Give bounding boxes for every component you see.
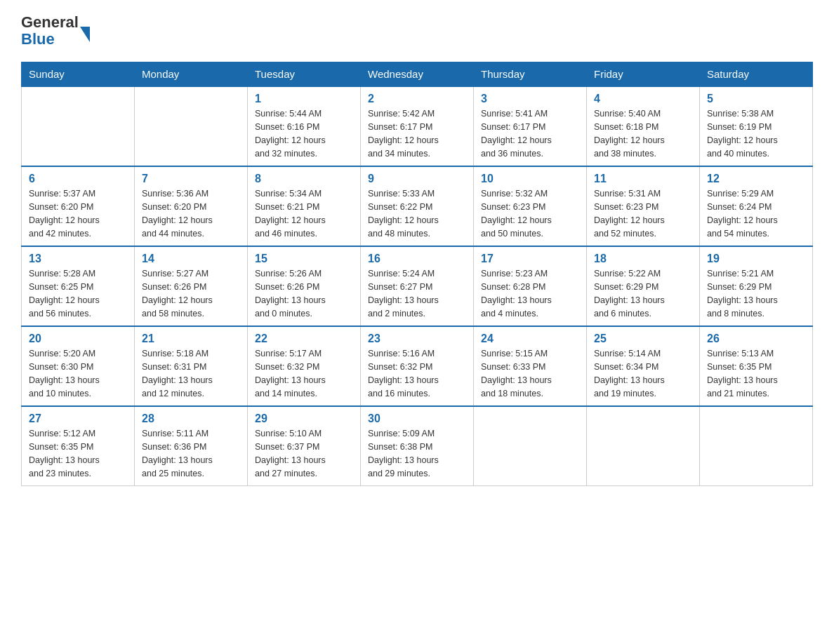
day-number: 13 (29, 253, 127, 265)
day-number: 17 (481, 253, 579, 265)
day-cell-25: 25Sunrise: 5:14 AMSunset: 6:34 PMDayligh… (587, 326, 700, 406)
day-info: Sunrise: 5:44 AMSunset: 6:16 PMDaylight:… (255, 107, 353, 160)
day-info: Sunrise: 5:32 AMSunset: 6:23 PMDaylight:… (481, 187, 579, 240)
empty-cell (587, 406, 700, 486)
day-info: Sunrise: 5:14 AMSunset: 6:34 PMDaylight:… (594, 347, 692, 400)
day-cell-23: 23Sunrise: 5:16 AMSunset: 6:32 PMDayligh… (361, 326, 474, 406)
day-number: 6 (29, 173, 127, 185)
day-number: 19 (707, 253, 805, 265)
week-row-4: 20Sunrise: 5:20 AMSunset: 6:30 PMDayligh… (22, 326, 813, 406)
day-info: Sunrise: 5:28 AMSunset: 6:25 PMDaylight:… (29, 267, 127, 320)
day-info: Sunrise: 5:15 AMSunset: 6:33 PMDaylight:… (481, 347, 579, 400)
day-info: Sunrise: 5:27 AMSunset: 6:26 PMDaylight:… (142, 267, 240, 320)
empty-cell (474, 406, 587, 486)
logo-triangle-icon (80, 27, 90, 42)
logo-words: General Blue (21, 14, 79, 48)
day-info: Sunrise: 5:09 AMSunset: 6:38 PMDaylight:… (368, 427, 466, 480)
day-number: 4 (594, 93, 692, 105)
day-cell-2: 2Sunrise: 5:42 AMSunset: 6:17 PMDaylight… (361, 86, 474, 166)
day-cell-21: 21Sunrise: 5:18 AMSunset: 6:31 PMDayligh… (135, 326, 248, 406)
day-cell-14: 14Sunrise: 5:27 AMSunset: 6:26 PMDayligh… (135, 246, 248, 326)
day-number: 28 (142, 412, 240, 425)
day-info: Sunrise: 5:34 AMSunset: 6:21 PMDaylight:… (255, 187, 353, 240)
day-number: 29 (255, 412, 353, 425)
weekday-header-wednesday: Wednesday (361, 62, 474, 87)
weekday-header-friday: Friday (587, 62, 700, 87)
day-number: 22 (255, 333, 353, 345)
day-number: 9 (368, 173, 466, 185)
day-number: 25 (594, 333, 692, 345)
empty-cell (22, 86, 135, 166)
day-cell-28: 28Sunrise: 5:11 AMSunset: 6:36 PMDayligh… (135, 406, 248, 486)
day-info: Sunrise: 5:31 AMSunset: 6:23 PMDaylight:… (594, 187, 692, 240)
day-cell-20: 20Sunrise: 5:20 AMSunset: 6:30 PMDayligh… (22, 326, 135, 406)
day-cell-19: 19Sunrise: 5:21 AMSunset: 6:29 PMDayligh… (700, 246, 813, 326)
day-info: Sunrise: 5:29 AMSunset: 6:24 PMDaylight:… (707, 187, 805, 240)
day-info: Sunrise: 5:24 AMSunset: 6:27 PMDaylight:… (368, 267, 466, 320)
day-number: 10 (481, 173, 579, 185)
day-cell-4: 4Sunrise: 5:40 AMSunset: 6:18 PMDaylight… (587, 86, 700, 166)
day-cell-6: 6Sunrise: 5:37 AMSunset: 6:20 PMDaylight… (22, 166, 135, 246)
day-info: Sunrise: 5:12 AMSunset: 6:35 PMDaylight:… (29, 427, 127, 480)
day-info: Sunrise: 5:18 AMSunset: 6:31 PMDaylight:… (142, 347, 240, 400)
day-cell-17: 17Sunrise: 5:23 AMSunset: 6:28 PMDayligh… (474, 246, 587, 326)
day-info: Sunrise: 5:36 AMSunset: 6:20 PMDaylight:… (142, 187, 240, 240)
day-number: 1 (255, 93, 353, 105)
calendar-table: SundayMondayTuesdayWednesdayThursdayFrid… (21, 62, 813, 486)
day-number: 11 (594, 173, 692, 185)
day-cell-15: 15Sunrise: 5:26 AMSunset: 6:26 PMDayligh… (248, 246, 361, 326)
weekday-header-monday: Monday (135, 62, 248, 87)
weekday-header-row: SundayMondayTuesdayWednesdayThursdayFrid… (22, 62, 813, 87)
day-number: 20 (29, 333, 127, 345)
logo: General Blue (21, 14, 90, 48)
empty-cell (135, 86, 248, 166)
week-row-2: 6Sunrise: 5:37 AMSunset: 6:20 PMDaylight… (22, 166, 813, 246)
day-info: Sunrise: 5:13 AMSunset: 6:35 PMDaylight:… (707, 347, 805, 400)
day-info: Sunrise: 5:22 AMSunset: 6:29 PMDaylight:… (594, 267, 692, 320)
day-number: 23 (368, 333, 466, 345)
day-cell-11: 11Sunrise: 5:31 AMSunset: 6:23 PMDayligh… (587, 166, 700, 246)
day-cell-16: 16Sunrise: 5:24 AMSunset: 6:27 PMDayligh… (361, 246, 474, 326)
day-cell-22: 22Sunrise: 5:17 AMSunset: 6:32 PMDayligh… (248, 326, 361, 406)
day-info: Sunrise: 5:26 AMSunset: 6:26 PMDaylight:… (255, 267, 353, 320)
empty-cell (700, 406, 813, 486)
logo-general: General (21, 14, 79, 31)
day-number: 15 (255, 253, 353, 265)
day-info: Sunrise: 5:11 AMSunset: 6:36 PMDaylight:… (142, 427, 240, 480)
day-info: Sunrise: 5:38 AMSunset: 6:19 PMDaylight:… (707, 107, 805, 160)
weekday-header-sunday: Sunday (22, 62, 135, 87)
day-number: 24 (481, 333, 579, 345)
day-cell-10: 10Sunrise: 5:32 AMSunset: 6:23 PMDayligh… (474, 166, 587, 246)
day-info: Sunrise: 5:16 AMSunset: 6:32 PMDaylight:… (368, 347, 466, 400)
day-number: 27 (29, 412, 127, 425)
day-info: Sunrise: 5:23 AMSunset: 6:28 PMDaylight:… (481, 267, 579, 320)
day-cell-27: 27Sunrise: 5:12 AMSunset: 6:35 PMDayligh… (22, 406, 135, 486)
day-info: Sunrise: 5:33 AMSunset: 6:22 PMDaylight:… (368, 187, 466, 240)
day-number: 26 (707, 333, 805, 345)
day-info: Sunrise: 5:41 AMSunset: 6:17 PMDaylight:… (481, 107, 579, 160)
day-number: 7 (142, 173, 240, 185)
day-cell-30: 30Sunrise: 5:09 AMSunset: 6:38 PMDayligh… (361, 406, 474, 486)
logo-icon: General Blue (21, 14, 79, 48)
day-number: 3 (481, 93, 579, 105)
day-cell-26: 26Sunrise: 5:13 AMSunset: 6:35 PMDayligh… (700, 326, 813, 406)
day-cell-5: 5Sunrise: 5:38 AMSunset: 6:19 PMDaylight… (700, 86, 813, 166)
day-number: 8 (255, 173, 353, 185)
weekday-header-saturday: Saturday (700, 62, 813, 87)
day-number: 21 (142, 333, 240, 345)
logo-blue: Blue (21, 31, 79, 48)
day-cell-3: 3Sunrise: 5:41 AMSunset: 6:17 PMDaylight… (474, 86, 587, 166)
day-cell-18: 18Sunrise: 5:22 AMSunset: 6:29 PMDayligh… (587, 246, 700, 326)
day-info: Sunrise: 5:37 AMSunset: 6:20 PMDaylight:… (29, 187, 127, 240)
day-cell-13: 13Sunrise: 5:28 AMSunset: 6:25 PMDayligh… (22, 246, 135, 326)
day-info: Sunrise: 5:40 AMSunset: 6:18 PMDaylight:… (594, 107, 692, 160)
day-info: Sunrise: 5:42 AMSunset: 6:17 PMDaylight:… (368, 107, 466, 160)
day-number: 18 (594, 253, 692, 265)
day-number: 5 (707, 93, 805, 105)
day-info: Sunrise: 5:17 AMSunset: 6:32 PMDaylight:… (255, 347, 353, 400)
day-info: Sunrise: 5:21 AMSunset: 6:29 PMDaylight:… (707, 267, 805, 320)
week-row-3: 13Sunrise: 5:28 AMSunset: 6:25 PMDayligh… (22, 246, 813, 326)
day-number: 30 (368, 412, 466, 425)
week-row-1: 1Sunrise: 5:44 AMSunset: 6:16 PMDaylight… (22, 86, 813, 166)
day-number: 14 (142, 253, 240, 265)
